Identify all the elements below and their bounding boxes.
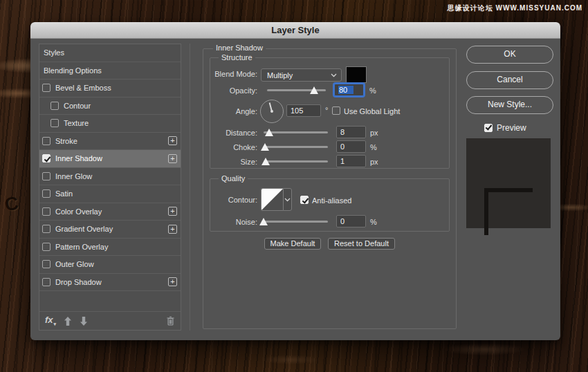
fx-menu-button[interactable]: fx▾ xyxy=(45,315,56,327)
ok-button[interactable]: OK xyxy=(466,46,553,64)
sidebar-item-styles[interactable]: Styles xyxy=(39,44,181,62)
noise-unit: % xyxy=(370,218,377,226)
slider-track xyxy=(267,89,326,91)
blend-mode-select[interactable]: Multiply xyxy=(261,68,342,82)
opacity-value: 80 xyxy=(338,86,353,94)
preview-shape-vertical xyxy=(484,188,488,235)
add-effect-instance-button[interactable]: + xyxy=(168,277,177,286)
contour-dropdown-button[interactable] xyxy=(283,188,292,211)
sidebar-item-bevel-emboss[interactable]: Bevel & Emboss xyxy=(39,80,181,97)
sidebar-item-label: Contour xyxy=(64,102,91,110)
fx-caret-icon: ▾ xyxy=(54,322,57,326)
choke-input[interactable]: 0 xyxy=(336,140,366,153)
size-label: Size: xyxy=(210,158,257,166)
noise-label: Noise: xyxy=(210,218,257,226)
move-effect-down-button[interactable] xyxy=(80,317,88,326)
styles-list: StylesBlending OptionsBevel & EmbossCont… xyxy=(39,44,181,291)
sidebar-item-satin[interactable]: Satin xyxy=(39,185,181,203)
delete-effect-button[interactable] xyxy=(166,316,175,326)
preview-label: Preview xyxy=(497,123,526,133)
contour-label: Contour: xyxy=(210,196,257,204)
sidebar-item-label: Inner Shadow xyxy=(55,154,102,162)
distance-input[interactable]: 8 xyxy=(336,126,366,138)
distance-unit: px xyxy=(370,129,378,137)
effect-checkbox[interactable] xyxy=(42,137,50,145)
use-global-light-checkbox[interactable] xyxy=(332,106,340,115)
size-value: 1 xyxy=(340,157,344,165)
noise-input[interactable]: 0 xyxy=(336,215,366,227)
choke-value: 0 xyxy=(340,142,344,151)
sidebar-footer: fx▾ xyxy=(39,311,181,330)
anti-aliased-checkbox[interactable] xyxy=(300,196,309,204)
trash-icon xyxy=(166,316,175,326)
add-effect-instance-button[interactable]: + xyxy=(168,136,177,145)
move-effect-up-button[interactable] xyxy=(64,317,72,326)
opacity-input[interactable]: 80 xyxy=(334,84,364,96)
size-slider[interactable] xyxy=(264,157,328,165)
dialog-titlebar[interactable]: Layer Style xyxy=(30,22,560,39)
effect-checkbox[interactable] xyxy=(50,119,59,127)
effect-checkbox[interactable] xyxy=(42,278,50,286)
sidebar-item-drop-shadow[interactable]: Drop Shadow+ xyxy=(39,274,181,292)
opacity-slider[interactable] xyxy=(267,86,326,94)
sidebar-item-inner-shadow[interactable]: Inner Shadow+ xyxy=(39,150,181,168)
effect-checkbox[interactable] xyxy=(42,243,50,251)
contour-picker[interactable] xyxy=(261,188,283,211)
shadow-color-swatch[interactable] xyxy=(347,67,366,82)
panel-divider xyxy=(190,44,190,331)
effect-checkbox[interactable] xyxy=(42,172,50,180)
distance-value: 8 xyxy=(340,128,344,136)
cancel-button[interactable]: Cancel xyxy=(466,71,553,89)
watermark-text: 思缘设计论坛 WWW.MISSYUAN.COM xyxy=(448,3,582,13)
choke-slider[interactable] xyxy=(264,142,328,151)
effect-checkbox[interactable] xyxy=(42,189,50,198)
effect-checkbox[interactable] xyxy=(50,102,59,110)
effect-checkbox[interactable] xyxy=(42,84,50,92)
distance-slider[interactable] xyxy=(264,128,328,136)
effect-checkbox[interactable] xyxy=(42,225,50,233)
dialog-title: Layer Style xyxy=(271,25,319,35)
angle-input[interactable]: 105 xyxy=(286,104,321,117)
opacity-label: Opacity: xyxy=(210,86,257,95)
choke-label: Choke: xyxy=(210,143,257,151)
make-default-button[interactable]: Make Default xyxy=(264,238,321,250)
sidebar-item-pattern-overlay[interactable]: Pattern Overlay xyxy=(39,239,181,257)
sidebar-item-label: Texture xyxy=(64,119,89,127)
sidebar-item-label: Inner Glow xyxy=(55,172,92,180)
sidebar-item-label: Gradient Overlay xyxy=(55,225,113,233)
preview-checkbox[interactable] xyxy=(484,124,493,132)
sidebar-item-color-overlay[interactable]: Color Overlay+ xyxy=(39,203,181,221)
sidebar-item-label: Outer Glow xyxy=(55,260,94,268)
angle-dial[interactable] xyxy=(260,100,284,123)
sidebar-item-blending-options[interactable]: Blending Options xyxy=(39,62,181,80)
inner-shadow-panel: Structure Blend Mode: Multiply Opacity: … xyxy=(203,48,457,329)
noise-value: 0 xyxy=(340,217,344,225)
quality-legend: Quality xyxy=(219,174,248,183)
sidebar-item-contour[interactable]: Contour xyxy=(39,97,181,115)
new-style-button[interactable]: New Style... xyxy=(466,96,553,114)
preview-option: Preview xyxy=(484,123,526,133)
size-input[interactable]: 1 xyxy=(336,155,366,167)
structure-group: Structure Blend Mode: Multiply Opacity: … xyxy=(210,57,450,169)
sidebar-item-outer-glow[interactable]: Outer Glow xyxy=(39,256,181,274)
noise-slider[interactable] xyxy=(261,217,328,225)
opacity-unit: % xyxy=(369,86,376,95)
sidebar-item-label: Blending Options xyxy=(44,66,102,75)
add-effect-instance-button[interactable]: + xyxy=(168,225,177,234)
effect-checkbox[interactable] xyxy=(42,154,50,162)
contour-shape xyxy=(261,189,283,210)
chevron-down-icon xyxy=(331,73,337,77)
sidebar-item-texture[interactable]: Texture xyxy=(39,115,181,133)
add-effect-instance-button[interactable]: + xyxy=(168,154,177,163)
sidebar-item-gradient-overlay[interactable]: Gradient Overlay+ xyxy=(39,221,181,239)
sidebar-item-label: Color Overlay xyxy=(55,207,102,216)
effect-checkbox[interactable] xyxy=(42,260,50,268)
add-effect-instance-button[interactable]: + xyxy=(168,207,177,216)
use-global-light-label: Use Global Light xyxy=(344,107,400,115)
reset-to-default-button[interactable]: Reset to Default xyxy=(328,238,395,250)
effect-checkbox[interactable] xyxy=(42,207,50,216)
slider-track xyxy=(264,160,328,162)
sidebar-item-label: Stroke xyxy=(55,137,77,145)
sidebar-item-inner-glow[interactable]: Inner Glow xyxy=(39,168,181,186)
sidebar-item-stroke[interactable]: Stroke+ xyxy=(39,133,181,151)
